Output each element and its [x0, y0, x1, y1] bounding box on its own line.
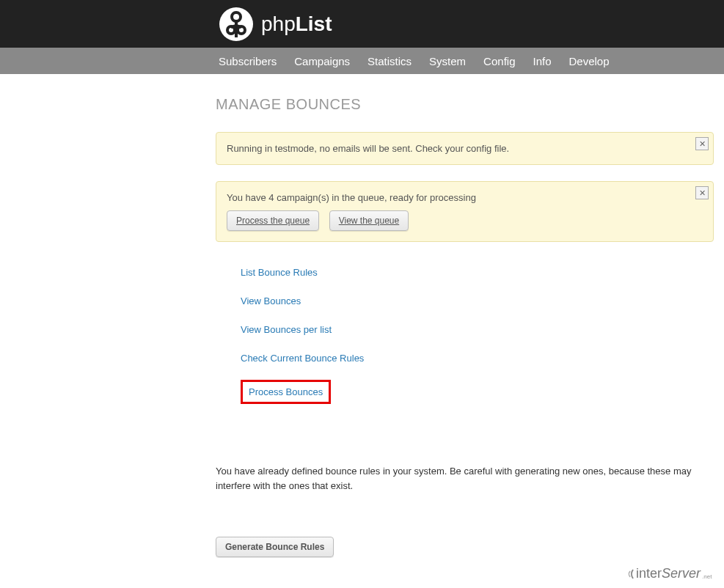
footer-tld: .net — [702, 573, 712, 580]
logo[interactable]: phpList — [219, 7, 724, 42]
close-icon[interactable]: ✕ — [695, 186, 709, 199]
header-bar: phpList — [0, 0, 724, 48]
svg-line-5 — [231, 26, 236, 27]
bounce-link-list: List Bounce Rules View Bounces View Boun… — [216, 258, 714, 426]
nav-statistics[interactable]: Statistics — [368, 55, 412, 67]
footer-interserver-logo[interactable]: interServer .net — [620, 566, 723, 581]
interserver-arc-icon — [620, 567, 635, 581]
nav-info[interactable]: Info — [533, 55, 551, 67]
link-view-bounces-per-list[interactable]: View Bounces per list — [241, 323, 332, 337]
notice-testmode: ✕ Running in testmode, no emails will be… — [216, 132, 714, 165]
main-content: MANAGE BOUNCES ✕ Running in testmode, no… — [0, 74, 724, 587]
link-check-bounce-rules[interactable]: Check Current Bounce Rules — [241, 351, 364, 365]
view-queue-button[interactable]: View the queue — [329, 210, 409, 231]
phplist-logo-icon — [219, 7, 254, 42]
link-list-bounce-rules[interactable]: List Bounce Rules — [241, 265, 318, 279]
footer-brand-text: interServer — [636, 566, 701, 581]
process-queue-button[interactable]: Process the queue — [227, 210, 319, 231]
svg-line-6 — [236, 26, 241, 27]
notice-testmode-message: Running in testmode, no emails will be s… — [227, 143, 703, 154]
bounce-rules-warning: You have already defined bounce rules in… — [216, 464, 714, 493]
generate-bounce-rules-button[interactable]: Generate Bounce Rules — [216, 537, 334, 557]
nav-develop[interactable]: Develop — [569, 55, 610, 67]
nav-bar: Subscribers Campaigns Statistics System … — [0, 48, 724, 74]
notice-queue: ✕ You have 4 campaign(s) in the queue, r… — [216, 181, 714, 242]
notice-queue-message: You have 4 campaign(s) in the queue, rea… — [227, 192, 703, 203]
link-view-bounces[interactable]: View Bounces — [241, 294, 301, 308]
close-icon[interactable]: ✕ — [695, 137, 709, 150]
nav-subscribers[interactable]: Subscribers — [219, 55, 277, 67]
nav-system[interactable]: System — [429, 55, 466, 67]
logo-text: phpList — [261, 12, 332, 36]
nav-config[interactable]: Config — [483, 55, 515, 67]
link-process-bounces[interactable]: Process Bounces — [241, 380, 331, 404]
nav-campaigns[interactable]: Campaigns — [294, 55, 350, 67]
page-title: MANAGE BOUNCES — [216, 96, 714, 113]
